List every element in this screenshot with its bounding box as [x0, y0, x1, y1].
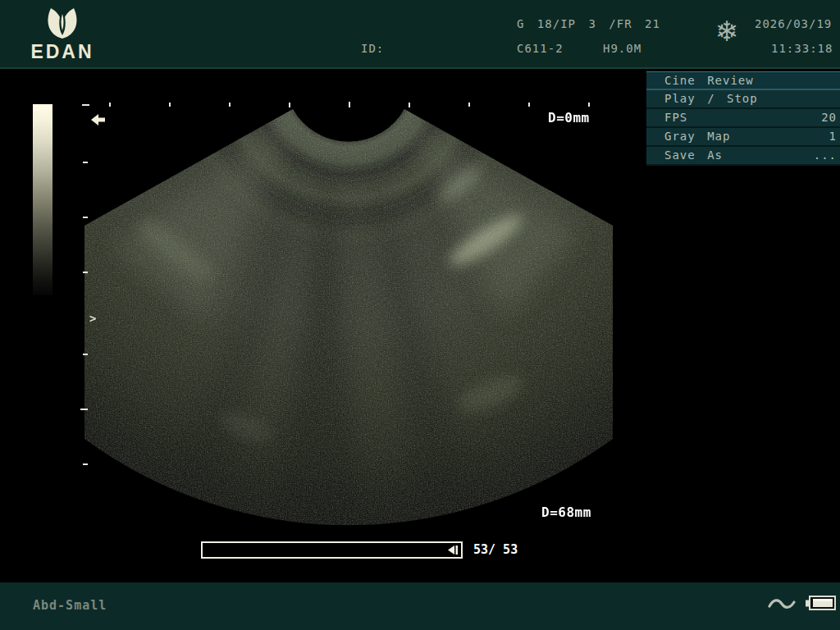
logo-text: EDAN: [25, 41, 100, 63]
menu-item-play-stop[interactable]: Play / Stop: [646, 90, 840, 109]
menu-item-save-as[interactable]: Save As ...: [646, 147, 840, 166]
header-bar: EDAN G 18/IP 3 /FR 21 ID: C611-2 H9.0M ❄…: [0, 0, 840, 69]
menu-value: 20: [821, 109, 837, 126]
ultrasound-screen: EDAN G 18/IP 3 /FR 21 ID: C611-2 H9.0M ❄…: [0, 0, 840, 630]
menu-label: Play / Stop: [664, 90, 758, 107]
leaf-icon: [44, 5, 80, 39]
edan-logo: EDAN: [25, 3, 100, 66]
probe-frequency: H9.0M: [603, 42, 641, 55]
ac-power-icon: [768, 597, 796, 612]
cine-progress-bar[interactable]: [201, 541, 463, 559]
soft-menu: Cine Review Play / Stop FPS 20 Gray Map …: [646, 71, 840, 166]
menu-value: 1: [829, 128, 837, 145]
depth-start-label: D=0mm: [548, 110, 590, 126]
menu-label: Gray Map: [664, 128, 730, 145]
focus-marker: >: [89, 312, 96, 325]
probe-model: C611-2: [517, 42, 564, 55]
footer-bar: Abd-Small: [0, 582, 840, 630]
frame-counter: 53/ 53: [473, 542, 518, 557]
cine-position-icon[interactable]: [448, 545, 459, 555]
menu-label: Cine Review: [664, 72, 754, 89]
top-ruler: [82, 102, 590, 107]
patient-id-label: ID:: [361, 42, 384, 55]
battery-icon: [806, 596, 837, 611]
system-time: 11:33:18: [771, 42, 833, 55]
freeze-icon: ❄: [715, 15, 739, 48]
left-arrow-icon: [91, 114, 105, 126]
depth-end-label: D=68mm: [541, 504, 591, 520]
exam-preset-label: Abd-Small: [33, 598, 107, 613]
menu-value: ...: [814, 147, 837, 164]
sonogram-fan: [74, 0, 623, 533]
menu-label: Save As: [664, 147, 723, 164]
menu-item-fps[interactable]: FPS 20: [646, 109, 840, 128]
grayscale-bar: [33, 104, 52, 295]
menu-item-cine-review[interactable]: Cine Review: [646, 71, 840, 90]
menu-item-gray-map[interactable]: Gray Map 1: [646, 128, 840, 147]
system-date: 2026/03/19: [755, 17, 832, 30]
acquisition-params: G 18/IP 3 /FR 21: [517, 17, 660, 30]
menu-label: FPS: [664, 109, 687, 126]
